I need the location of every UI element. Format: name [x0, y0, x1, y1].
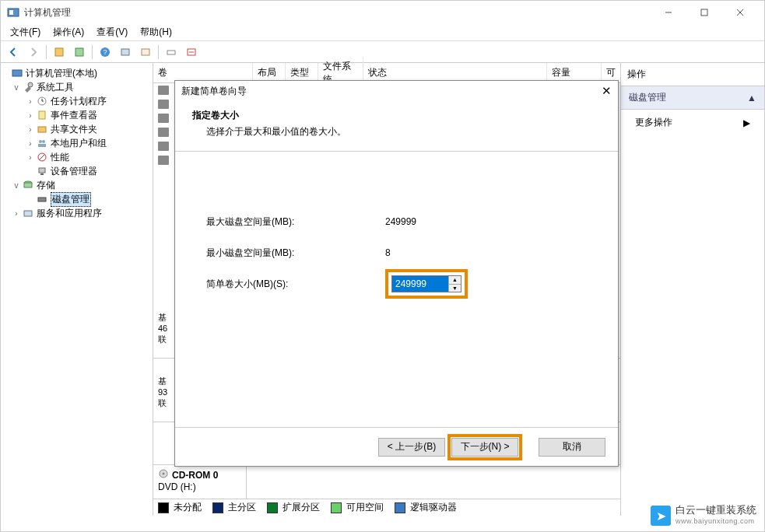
- menu-help[interactable]: 帮助(H): [134, 24, 178, 40]
- tb-btn-1[interactable]: [50, 44, 68, 61]
- disk-icon: [36, 193, 48, 205]
- size-label: 简单卷大小(MB)(S):: [206, 278, 385, 291]
- wizard-buttons: < 上一步(B) 下一步(N) > 取消: [175, 427, 618, 466]
- tree-task[interactable]: › 任务计划程序: [1, 94, 153, 108]
- tools-icon: [22, 81, 34, 93]
- wizard-title-text: 新建简单卷向导: [181, 85, 588, 98]
- toolbar-separator: [92, 45, 93, 59]
- spinner-down[interactable]: ▼: [449, 285, 461, 292]
- legend-ext-swatch: [267, 502, 278, 513]
- watermark: ➤ 白云一键重装系统 www.baiyunxitong.com: [651, 505, 756, 527]
- tree-users[interactable]: › 本地用户和组: [1, 136, 153, 150]
- watermark-text: 白云一键重装系统: [676, 505, 756, 516]
- drive-icon: [158, 142, 169, 151]
- tree-event[interactable]: › 事件查看器: [1, 108, 153, 122]
- actions-panel: 操作 磁盘管理 ▲ 更多操作 ▶: [621, 63, 764, 516]
- legend-free-swatch: [331, 502, 342, 513]
- cdrom-icon: [158, 468, 169, 481]
- tb-btn-2[interactable]: [70, 44, 89, 61]
- svg-rect-6: [55, 48, 63, 56]
- legend-unalloc: 未分配: [174, 501, 202, 514]
- computer-icon: [11, 67, 23, 79]
- legend-logical-swatch: [395, 502, 405, 513]
- svg-point-22: [39, 140, 42, 143]
- back-button[interactable]: < 上一步(B): [378, 438, 445, 457]
- tree-systools[interactable]: v 系统工具: [1, 80, 153, 94]
- window-title: 计算机管理: [24, 6, 651, 19]
- tree-storage[interactable]: v 存储: [1, 178, 153, 192]
- tree-services[interactable]: › 服务和应用程序: [1, 206, 153, 220]
- storage-icon: [22, 179, 34, 191]
- perf-icon: [36, 151, 48, 163]
- maximize-button[interactable]: [686, 1, 722, 24]
- app-icon: [7, 6, 19, 19]
- close-button[interactable]: [722, 1, 758, 24]
- actions-header: 操作: [621, 63, 764, 86]
- drive-icon: [158, 100, 169, 109]
- size-spinner-highlight: ▲ ▼: [385, 269, 468, 299]
- device-icon: [36, 165, 48, 177]
- min-space-label: 最小磁盘空间量(MB):: [206, 247, 385, 260]
- cdrom-row[interactable]: CD-ROM 0 DVD (H:): [153, 464, 620, 499]
- legend-ext: 扩展分区: [282, 501, 320, 514]
- menu-view[interactable]: 查看(V): [90, 24, 134, 40]
- tb-btn-4[interactable]: [136, 44, 155, 61]
- legend-unalloc-swatch: [158, 502, 169, 513]
- min-space-value: 8: [385, 247, 391, 258]
- svg-rect-24: [38, 144, 46, 147]
- tree-perf[interactable]: › 性能: [1, 150, 153, 164]
- legend-primary: 主分区: [228, 501, 256, 514]
- actions-group[interactable]: 磁盘管理 ▲: [621, 86, 764, 110]
- svg-rect-20: [39, 111, 45, 119]
- svg-rect-31: [38, 198, 46, 201]
- tb-btn-5[interactable]: [162, 44, 181, 61]
- actions-more[interactable]: 更多操作 ▶: [621, 110, 764, 135]
- svg-rect-12: [167, 51, 175, 54]
- legend-free: 可用空间: [346, 501, 384, 514]
- next-button[interactable]: 下一步(N) >: [451, 438, 518, 457]
- svg-rect-1: [9, 10, 13, 15]
- clock-icon: [36, 95, 48, 107]
- wizard-dialog: 新建简单卷向导 ✕ 指定卷大小 选择介于最大和最小值的卷大小。 最大磁盘空间量(…: [174, 80, 619, 467]
- minimize-button[interactable]: [651, 1, 686, 24]
- svg-text:?: ?: [103, 48, 107, 56]
- menu-action[interactable]: 操作(A): [47, 24, 90, 40]
- watermark-icon: ➤: [651, 506, 671, 526]
- svg-point-16: [28, 82, 33, 87]
- forward-button[interactable]: [24, 44, 43, 61]
- size-input[interactable]: [392, 276, 448, 292]
- legend-logical: 逻辑驱动器: [410, 501, 457, 514]
- svg-point-23: [42, 140, 45, 143]
- tree-shared[interactable]: › 共享文件夹: [1, 122, 153, 136]
- tree-devmgr[interactable]: 设备管理器: [1, 164, 153, 178]
- wizard-heading: 指定卷大小: [192, 109, 601, 122]
- wizard-header: 指定卷大小 选择介于最大和最小值的卷大小。: [175, 101, 618, 152]
- svg-rect-7: [75, 48, 83, 56]
- svg-line-26: [39, 154, 45, 160]
- menu-file[interactable]: 文件(F): [4, 24, 47, 40]
- back-button[interactable]: [4, 44, 23, 61]
- collapse-icon: ▲: [747, 93, 756, 103]
- svg-rect-30: [24, 183, 32, 187]
- tb-btn-3[interactable]: [116, 44, 135, 61]
- drive-icon: [158, 114, 169, 123]
- svg-rect-32: [24, 211, 32, 216]
- cancel-button[interactable]: 取消: [539, 438, 605, 457]
- spinner-up[interactable]: ▲: [449, 276, 461, 285]
- svg-rect-3: [701, 9, 707, 16]
- wizard-body: 最大磁盘空间量(MB): 249999 最小磁盘空间量(MB): 8 简单卷大小…: [175, 152, 618, 427]
- toolbar-separator: [158, 45, 159, 59]
- tree-diskmgmt[interactable]: 磁盘管理: [1, 192, 153, 206]
- toolbar: ?: [1, 41, 764, 63]
- legend: 未分配 主分区 扩展分区 可用空间 逻辑驱动器: [153, 499, 620, 516]
- cdrom-sub: DVD (H:): [158, 481, 241, 492]
- max-space-value: 249999: [385, 216, 416, 227]
- event-icon: [36, 109, 48, 121]
- wizard-close-button[interactable]: ✕: [588, 84, 612, 98]
- tree-root[interactable]: 计算机管理(本地): [1, 66, 153, 80]
- tb-btn-6[interactable]: [182, 44, 201, 61]
- help-icon[interactable]: ?: [96, 44, 114, 61]
- drive-icon: [158, 86, 169, 95]
- menu-bar: 文件(F) 操作(A) 查看(V) 帮助(H): [1, 24, 764, 41]
- wizard-titlebar: 新建简单卷向导 ✕: [175, 81, 618, 101]
